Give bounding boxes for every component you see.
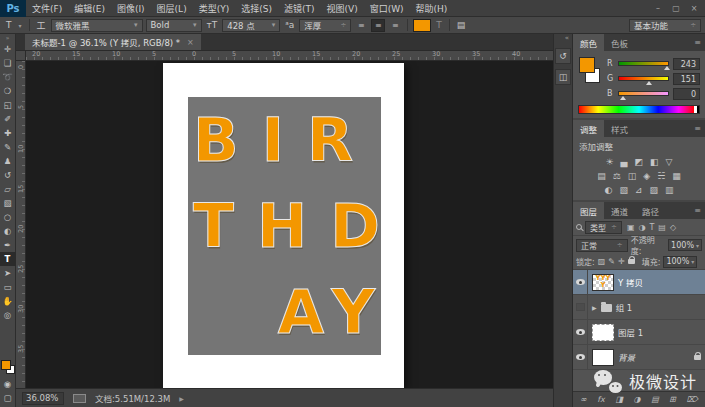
red-channel-value[interactable]: 243	[673, 58, 700, 70]
opacity-input[interactable]: 100% ▾	[668, 239, 702, 251]
tool-history-brush-icon[interactable]: ↺	[0, 168, 16, 182]
adjustment-black-white-icon[interactable]: ◫	[628, 171, 637, 181]
adjustment-hue-saturation-icon[interactable]: ▤	[597, 171, 606, 181]
menu-item[interactable]: 滤镜(T)	[278, 2, 321, 15]
tool-quick-select-icon[interactable]: ❍	[0, 84, 16, 98]
foreground-background-swatches[interactable]	[1, 360, 15, 374]
font-style-select[interactable]: Bold ▾	[146, 19, 202, 32]
tool-path-select-icon[interactable]: ➤	[0, 266, 16, 280]
color-spectrum-bar[interactable]	[578, 105, 700, 114]
toggle-panels-icon[interactable]: ▤	[455, 20, 468, 30]
adjustment-brightness-contrast-icon[interactable]: ☀	[606, 157, 614, 167]
layer-name[interactable]: Y 拷贝	[618, 276, 643, 288]
canvas-area[interactable]: 20151050510152025303540 05101520253035 B…	[16, 51, 553, 388]
menu-item[interactable]: 帮助(H)	[410, 2, 454, 15]
tab-close-icon[interactable]: ×	[187, 38, 194, 47]
new-group-icon[interactable]: ▤	[651, 395, 659, 404]
tool-preset-arrow-icon[interactable]: ▾	[17, 22, 24, 29]
foreground-color-swatch[interactable]	[579, 57, 595, 73]
layer-thumbnail[interactable]: YYYY	[592, 274, 614, 291]
tool-hand-icon[interactable]: ✋	[0, 294, 16, 308]
layer-name[interactable]: 背景	[618, 351, 635, 363]
align-left-button[interactable]: ≡	[354, 19, 368, 32]
layer-style-icon[interactable]: fx	[597, 395, 605, 404]
tool-type-icon[interactable]: T	[0, 252, 16, 266]
workspace-select[interactable]: 基本功能 ÷	[629, 19, 701, 32]
panel-menu-icon[interactable]: ≡	[694, 38, 705, 47]
layer-row-layer-1[interactable]: 图层 1	[573, 320, 705, 345]
adjustment-levels-icon[interactable]: ▄	[621, 157, 628, 167]
filter-type-layers-icon[interactable]: T	[649, 223, 654, 232]
add-layer-mask-icon[interactable]: ◨	[615, 395, 623, 404]
anti-alias-select[interactable]: 浑厚 ÷	[299, 19, 351, 32]
adjustment-posterize-icon[interactable]: ▧	[619, 185, 628, 195]
tab-adjustments[interactable]: 调整	[573, 120, 604, 137]
layer-thumbnail[interactable]	[592, 349, 614, 366]
tab-styles[interactable]: 样式	[604, 120, 635, 137]
foreground-color-swatch[interactable]	[1, 360, 11, 370]
panel-menu-icon[interactable]: ≡	[694, 206, 705, 215]
lock-transparency-icon[interactable]: ▨	[598, 257, 606, 266]
menu-item[interactable]: 编辑(E)	[68, 2, 111, 15]
panel-menu-icon[interactable]: ≡	[694, 124, 705, 133]
tool-healing-brush-icon[interactable]: ✚	[0, 126, 16, 140]
tool-move-icon[interactable]: ✛	[0, 42, 16, 56]
layer-name[interactable]: 图层 1	[618, 326, 643, 338]
text-color-swatch[interactable]	[413, 19, 431, 32]
tool-crop-icon[interactable]: ◱	[0, 98, 16, 112]
tool-dodge-icon[interactable]: ◐	[0, 224, 16, 238]
adjustment-curves-icon[interactable]: ◩	[635, 157, 644, 167]
adjustment-color-lookup-icon[interactable]: ▦	[672, 171, 681, 181]
tool-shape-icon[interactable]: ▭	[0, 280, 16, 294]
visibility-toggle[interactable]	[573, 345, 588, 370]
tool-lasso-icon[interactable]: ➰	[0, 70, 16, 84]
collapsed-history-panel-icon[interactable]: ↺	[555, 48, 571, 64]
adjustment-channel-mixer-icon[interactable]: ☵	[657, 171, 665, 181]
layer-row-group-1[interactable]: ▶ 组 1	[573, 295, 705, 320]
tool-eraser-icon[interactable]: ▱	[0, 182, 16, 196]
tab-channels[interactable]: 通道	[604, 202, 635, 219]
tool-marquee-icon[interactable]: ❏	[0, 56, 16, 70]
layer-row-background[interactable]: 背景	[573, 345, 705, 370]
quick-mask-icon[interactable]: ◉	[0, 377, 16, 391]
tool-gradient-icon[interactable]: ▧	[0, 196, 16, 210]
tool-pen-icon[interactable]: ✒	[0, 238, 16, 252]
lock-pixels-icon[interactable]: ✎	[608, 257, 615, 266]
tab-layers[interactable]: 图层	[573, 202, 604, 219]
align-right-button[interactable]: ≡	[388, 19, 402, 32]
adjustment-vibrance-icon[interactable]: ▽	[666, 157, 673, 167]
align-center-button[interactable]: ≡	[371, 19, 385, 32]
close-button[interactable]: ×	[686, 2, 702, 14]
slider-handle[interactable]	[646, 81, 652, 85]
filter-smart-object-icon[interactable]: ◇	[670, 223, 676, 232]
menu-item[interactable]: 图层(L)	[151, 2, 193, 15]
tool-brush-icon[interactable]: ✎	[0, 140, 16, 154]
color-swatches[interactable]	[578, 56, 602, 88]
visibility-toggle[interactable]	[573, 320, 588, 345]
tool-eyedropper-icon[interactable]: ✐	[0, 112, 16, 126]
tab-paths[interactable]: 路径	[635, 202, 666, 219]
filter-pixel-layers-icon[interactable]: ▣	[627, 223, 635, 232]
menu-item[interactable]: 视图(V)	[320, 2, 363, 15]
menu-item[interactable]: 文件(F)	[26, 2, 68, 15]
text-orientation-icon[interactable]: 工	[35, 19, 48, 32]
red-channel-slider[interactable]	[618, 61, 669, 66]
green-channel-value[interactable]: 151	[673, 73, 700, 85]
document-tab[interactable]: 未标题-1 @ 36.1% (Y 拷贝, RGB/8) * ×	[25, 34, 201, 50]
screen-mode-icon[interactable]: ▢	[0, 391, 16, 405]
visibility-toggle[interactable]	[573, 295, 588, 320]
toolbar-collapse-icon[interactable]: »	[6, 34, 10, 42]
visibility-toggle[interactable]	[573, 270, 588, 295]
adjustment-exposure-icon[interactable]: ◧	[650, 157, 659, 167]
minimize-button[interactable]: –	[650, 2, 666, 14]
new-layer-icon[interactable]: ⊞	[669, 395, 676, 404]
font-size-select[interactable]: 428 点 ▾	[222, 19, 280, 32]
font-family-select[interactable]: 微软雅黑 ▾	[51, 19, 143, 32]
blue-channel-slider[interactable]	[618, 91, 669, 96]
green-channel-slider[interactable]	[618, 76, 669, 81]
adjustment-gradient-map-icon[interactable]: ▥	[665, 185, 674, 195]
layer-row-y-copy[interactable]: YYYY Y 拷贝	[573, 270, 705, 295]
menu-item[interactable]: 窗口(W)	[364, 2, 410, 15]
layer-thumbnail[interactable]	[592, 324, 614, 341]
lock-all-icon[interactable]	[628, 259, 635, 264]
